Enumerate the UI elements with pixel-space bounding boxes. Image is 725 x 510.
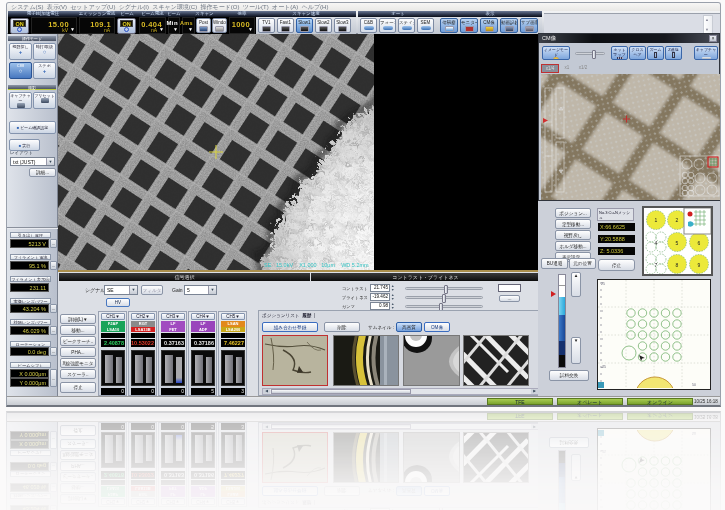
svg-text:7: 7 bbox=[655, 262, 658, 268]
svg-text:SE 15.0kV X1,000 10μm: SE 15.0kV X1,000 10μm WD 5.2mm bbox=[264, 262, 369, 268]
svg-text:9: 9 bbox=[698, 262, 701, 268]
svg-text:5: 5 bbox=[676, 240, 679, 246]
svg-text:50: 50 bbox=[692, 383, 696, 387]
svg-text:8: 8 bbox=[676, 262, 679, 268]
svg-text:4: 4 bbox=[655, 240, 658, 246]
svg-text:2: 2 bbox=[676, 217, 679, 223]
svg-text:1: 1 bbox=[655, 217, 658, 223]
svg-text:25: 25 bbox=[601, 282, 605, 286]
svg-text:6: 6 bbox=[698, 240, 701, 246]
svg-text:-25: -25 bbox=[601, 365, 606, 369]
